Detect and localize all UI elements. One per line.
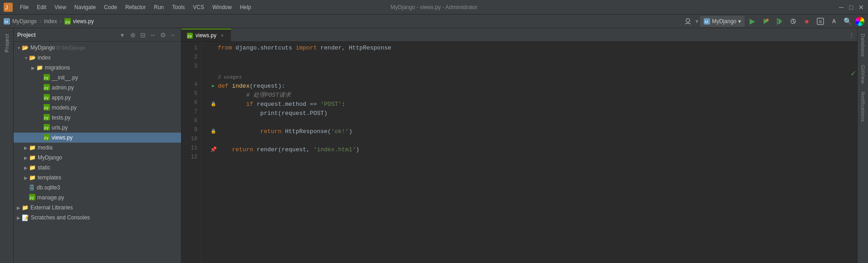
- line-number: 3: [181, 62, 197, 71]
- tree-item-label: tests.py: [52, 114, 70, 121]
- line-number: 5: [181, 89, 197, 98]
- gutter-icon: 📌: [209, 145, 218, 154]
- menu-refactor[interactable]: Refactor: [122, 3, 149, 11]
- line-number: 11: [181, 144, 197, 153]
- breadcrumb-viewspy[interactable]: py views.py: [64, 18, 94, 25]
- account-button[interactable]: [682, 15, 694, 27]
- search-everywhere-button[interactable]: 🔍: [842, 15, 853, 27]
- tree-item-db-sqlite3[interactable]: 🗄db.sqlite3: [14, 183, 181, 193]
- menu-code[interactable]: Code: [100, 3, 121, 11]
- tree-item-views-py[interactable]: pyviews.py: [14, 133, 181, 143]
- translate-button[interactable]: A: [828, 15, 840, 27]
- menu-tools[interactable]: Tools: [168, 3, 188, 11]
- gitview-panel-button[interactable]: GitView: [858, 61, 868, 87]
- maximize-button[interactable]: □: [848, 4, 854, 10]
- run-button[interactable]: ▶: [746, 15, 758, 27]
- svg-rect-12: [779, 19, 780, 24]
- run-with-coverage-button[interactable]: [760, 15, 772, 27]
- code-line-text: # 处理POST请求: [218, 91, 857, 100]
- tree-item-label: models.py: [52, 104, 77, 111]
- status-check: ✓: [850, 69, 856, 78]
- line-number: 4: [181, 80, 197, 89]
- tree-item-scratches[interactable]: ▶📝Scratches and Consoles: [14, 213, 181, 223]
- breadcrumb-index[interactable]: index: [44, 18, 57, 25]
- profile-button[interactable]: [787, 15, 799, 27]
- sidebar-header: Project ▾ ⊕ ⊟ ↔ ⚙ −: [14, 28, 181, 42]
- settings-button[interactable]: ⚙: [158, 30, 167, 40]
- tree-item-external-libs[interactable]: ▶📁External Libraries: [14, 203, 181, 213]
- menu-help[interactable]: Help: [236, 3, 255, 11]
- debug-button[interactable]: [774, 15, 785, 27]
- minimize-button[interactable]: ─: [838, 4, 844, 10]
- close-panel-button[interactable]: −: [168, 30, 177, 40]
- code-line: from django.shortcuts import render, Htt…: [209, 44, 857, 53]
- menu-view[interactable]: View: [51, 3, 70, 11]
- tree-item-admin-py[interactable]: pyadmin.py: [14, 83, 181, 93]
- tree-item-models-py[interactable]: pymodels.py: [14, 103, 181, 113]
- close-button[interactable]: ✕: [858, 4, 864, 10]
- tree-item-label: MyDjango D:\MyDjango: [30, 45, 85, 51]
- project-label[interactable]: Project: [4, 34, 10, 52]
- tabs-more-button[interactable]: ⋮: [846, 29, 857, 41]
- tree-item-label: db.sqlite3: [37, 184, 60, 191]
- svg-text:py: py: [44, 86, 49, 90]
- tab-views-py[interactable]: py views.py ×: [181, 29, 231, 41]
- breadcrumb-mydjango[interactable]: M MyDjango: [4, 18, 37, 25]
- tree-item-urls-py[interactable]: pyurls.py: [14, 123, 181, 133]
- tree-item-media-folder[interactable]: ▶📁media: [14, 143, 181, 153]
- window-title: MyDjango - views.py - Administrator: [391, 4, 477, 10]
- project-panel: Project ▾ ⊕ ⊟ ↔ ⚙ − ▾📂MyDjango D:\MyDjan…: [14, 28, 181, 263]
- new-file-button[interactable]: ⊕: [128, 30, 137, 40]
- sidebar-actions: ⊕ ⊟ ↔ ⚙ −: [128, 30, 177, 40]
- code-content[interactable]: from django.shortcuts import render, Htt…: [201, 42, 857, 263]
- tree-item-index-folder[interactable]: ▾📂index: [14, 53, 181, 63]
- run-config[interactable]: M MyDjango ▾: [700, 16, 745, 27]
- tree-item-mydjango-root[interactable]: ▾📂MyDjango D:\MyDjango: [14, 43, 181, 53]
- tree-item-label: urls.py: [52, 124, 68, 131]
- tree-item-static-folder[interactable]: ▶📁static: [14, 163, 181, 173]
- menu-file[interactable]: File: [16, 3, 32, 11]
- menu-window[interactable]: Window: [209, 3, 235, 11]
- code-line: 🔒 if request.method == 'POST':: [209, 100, 857, 109]
- menu-vcs[interactable]: VCS: [189, 3, 208, 11]
- code-line: [209, 62, 857, 71]
- expand-collapse-button[interactable]: ↔: [148, 30, 157, 40]
- build-button[interactable]: ⚙: [814, 15, 826, 27]
- stop-button[interactable]: ■: [801, 15, 813, 27]
- line-numbers: 123456789101112: [181, 42, 201, 263]
- menu-navigate[interactable]: Navigate: [71, 3, 99, 11]
- color-picker-button[interactable]: [855, 17, 864, 26]
- editor-tabs: py views.py × ⋮: [181, 28, 857, 42]
- right-panel: Database GitView Notifications: [857, 28, 868, 263]
- tree-item-init-py[interactable]: py__init__.py: [14, 73, 181, 83]
- tree-item-migrations-folder[interactable]: ▶📁migrations: [14, 63, 181, 73]
- window-controls: ─ □ ✕: [838, 4, 864, 10]
- tree-item-apps-py[interactable]: pyapps.py: [14, 93, 181, 103]
- svg-point-6: [686, 19, 690, 22]
- breadcrumb-sep-2: ›: [60, 18, 62, 25]
- tree-item-mydjango-folder[interactable]: ▶📁MyDjango: [14, 153, 181, 163]
- tree-item-label: media: [38, 144, 53, 151]
- line-number: 9: [181, 125, 197, 134]
- code-line-text: return render(request, 'index.html'): [218, 145, 857, 154]
- collapse-all-button[interactable]: ⊟: [138, 30, 147, 40]
- code-line: ▶def index(request):: [209, 82, 857, 91]
- tree-item-tests-py[interactable]: pytests.py: [14, 113, 181, 123]
- tree-item-templates-folder[interactable]: ▶📁templates: [14, 173, 181, 183]
- code-line-text: if request.method == 'POST':: [218, 100, 857, 109]
- account-dropdown[interactable]: ▾: [696, 18, 698, 25]
- svg-text:J: J: [5, 4, 8, 11]
- database-panel-button[interactable]: Database: [858, 30, 868, 60]
- code-line: 🔒 return HttpResponse('ok!'): [209, 127, 857, 136]
- menu-run[interactable]: Run: [150, 3, 167, 11]
- line-number: 8: [181, 116, 197, 125]
- tree-item-manage-py[interactable]: pymanage.py: [14, 193, 181, 203]
- line-number: 12: [181, 153, 197, 162]
- svg-text:py: py: [188, 34, 192, 38]
- file-tree: ▾📂MyDjango D:\MyDjango▾📂index▶📁migration…: [14, 42, 181, 263]
- project-dropdown-arrow[interactable]: ▾: [118, 30, 127, 40]
- tab-close-button[interactable]: ×: [219, 32, 226, 39]
- menu-edit[interactable]: Edit: [33, 3, 50, 11]
- svg-text:py: py: [44, 126, 49, 130]
- notifications-panel-button[interactable]: Notifications: [858, 88, 868, 125]
